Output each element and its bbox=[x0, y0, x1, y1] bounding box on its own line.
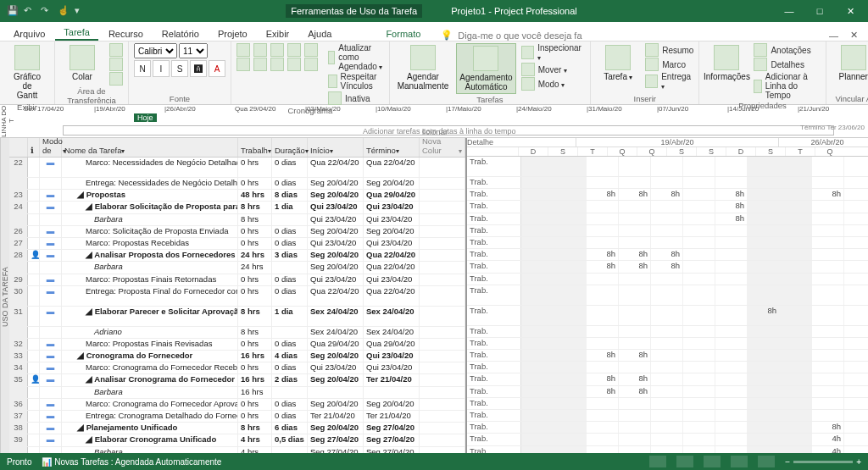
timephased-row[interactable]: Trab. bbox=[467, 237, 868, 249]
highlight-button[interactable]: 🅰 bbox=[190, 60, 207, 77]
view-report-button[interactable] bbox=[758, 456, 775, 467]
zoom-out-icon[interactable]: − bbox=[785, 457, 790, 467]
task-row[interactable]: 32▬Marco: Propostas Finais Revisadas0 hr… bbox=[9, 339, 465, 351]
week-header-2[interactable]: 26/Abr/20 bbox=[778, 138, 868, 147]
col-add-new[interactable]: licionar Nova Colur bbox=[420, 138, 465, 157]
timephased-row[interactable]: Trab. bbox=[467, 177, 868, 189]
outdent-icon[interactable] bbox=[236, 58, 250, 71]
task-row[interactable]: 38▬◢ Planejamento Unificado8 hrs6 diasSe… bbox=[9, 423, 465, 434]
maximize-button[interactable]: □ bbox=[805, 0, 834, 22]
day-header[interactable]: Q bbox=[607, 147, 637, 156]
timephased-row[interactable]: Trab. bbox=[467, 362, 868, 373]
timephased-row[interactable]: Trab.8h bbox=[467, 201, 868, 213]
undo-icon[interactable]: ↶ bbox=[24, 5, 36, 17]
add-timeline-icon[interactable] bbox=[754, 80, 761, 93]
information-button[interactable]: Informações bbox=[704, 43, 748, 83]
ribbon-min-button[interactable]: — bbox=[824, 30, 843, 41]
timephased-row[interactable]: Trab.8h8h bbox=[467, 386, 868, 398]
link-icon[interactable] bbox=[270, 58, 284, 71]
timephased-row[interactable]: Trab. bbox=[467, 157, 868, 177]
col-work[interactable]: Trabalh bbox=[238, 138, 272, 157]
tab-exibir[interactable]: Exibir bbox=[258, 26, 298, 41]
timephased-row[interactable]: Trab. bbox=[467, 338, 868, 350]
pct0-icon[interactable] bbox=[236, 43, 250, 57]
col-duration[interactable]: Duração bbox=[272, 138, 308, 157]
timephased-row[interactable]: Trab. bbox=[467, 410, 868, 422]
task-row[interactable]: Barbara16 hrs bbox=[9, 387, 465, 399]
day-header[interactable]: S bbox=[548, 147, 577, 156]
pct100-icon[interactable] bbox=[304, 43, 318, 57]
view-resource-button[interactable] bbox=[731, 456, 748, 467]
planner-button[interactable]: Planner bbox=[832, 43, 868, 83]
move-icon[interactable] bbox=[521, 63, 535, 76]
task-row[interactable]: 26▬Marco: Solicitação de Proposta Enviad… bbox=[9, 226, 465, 238]
tab-ajuda[interactable]: Ajuda bbox=[299, 26, 340, 41]
day-header[interactable]: Q bbox=[637, 147, 666, 156]
col-indicators[interactable]: ℹ bbox=[28, 138, 40, 157]
task-row[interactable]: Entrega: Necessidades de Negócio Detalha… bbox=[9, 178, 465, 190]
view-usage-button[interactable] bbox=[676, 456, 693, 467]
gantt-chart-button[interactable]: Gráfico deGantt bbox=[5, 43, 49, 102]
week-header-1[interactable]: 19/Abr/20 bbox=[576, 138, 778, 147]
inspect-icon[interactable] bbox=[521, 46, 535, 59]
task-row[interactable]: 24▬◢ Elaborar Solicitação de Proposta pa… bbox=[9, 202, 465, 213]
task-row[interactable]: Barbara8 hrsQui 23/04/20Qui 23/04/20 bbox=[9, 214, 465, 226]
tab-projeto[interactable]: Projeto bbox=[209, 26, 256, 41]
bold-button[interactable]: N bbox=[134, 60, 151, 77]
pct75-icon[interactable] bbox=[287, 43, 301, 57]
day-header[interactable]: T bbox=[785, 147, 815, 156]
timephased-row[interactable]: Trab. bbox=[467, 274, 868, 285]
timeline-pane[interactable]: LINHA DO T Sex 17/04/20 |19/Abr/20 |26/A… bbox=[0, 105, 868, 138]
timephased-row[interactable]: Trab. bbox=[467, 225, 868, 237]
task-row[interactable]: 23▬◢ Propostas48 hrs8 diasSeg 20/04/20Qu… bbox=[9, 190, 465, 202]
touch-icon[interactable]: ☝ bbox=[58, 5, 70, 17]
zoom-in-icon[interactable]: + bbox=[856, 457, 861, 467]
day-header[interactable]: D bbox=[518, 147, 548, 156]
summary-icon[interactable] bbox=[645, 43, 659, 57]
zoom-slider[interactable]: − + bbox=[785, 457, 861, 467]
timephased-row[interactable]: Trab.8h bbox=[467, 213, 868, 225]
task-row[interactable]: 28👤▬◢ Analisar Proposta dos Fornecedores… bbox=[9, 250, 465, 262]
timephased-row[interactable]: Trab.4h bbox=[467, 434, 868, 445]
pct50-icon[interactable] bbox=[270, 43, 284, 57]
tab-recurso[interactable]: Recurso bbox=[100, 26, 152, 41]
task-row[interactable]: 37▬Entrega: Cronograma Detalhado do Forn… bbox=[9, 411, 465, 423]
underline-button[interactable]: S bbox=[171, 60, 188, 77]
minimize-button[interactable]: — bbox=[775, 0, 804, 22]
task-row[interactable]: 39▬◢ Elaborar Cronograma Unificado4 hrs0… bbox=[9, 434, 465, 446]
italic-button[interactable]: I bbox=[153, 60, 170, 77]
task-row[interactable]: 29▬Marco: Propostas Finais Retornadas0 h… bbox=[9, 274, 465, 286]
font-color-button[interactable]: A bbox=[209, 60, 225, 77]
timephased-row[interactable]: Trab.8h8h8h bbox=[467, 261, 868, 273]
manual-schedule-button[interactable]: AgendarManualmente bbox=[395, 43, 452, 92]
unlink-icon[interactable] bbox=[287, 58, 301, 71]
col-name[interactable]: Nome da Tarefa bbox=[62, 138, 238, 157]
paste-button[interactable]: Colar bbox=[60, 43, 104, 83]
task-row[interactable]: 30▬Entrega: Proposta Final do Fornecedor… bbox=[9, 286, 465, 307]
timephased-row[interactable]: Trab. bbox=[467, 326, 868, 338]
day-header[interactable]: S bbox=[755, 147, 785, 156]
task-button[interactable]: Tarefa bbox=[596, 43, 640, 84]
qa-more-icon[interactable]: ▾ bbox=[75, 5, 86, 17]
redo-icon[interactable]: ↷ bbox=[41, 5, 53, 17]
task-row[interactable]: 27▬Marco: Propostas Recebidas0 hrs0 dias… bbox=[9, 238, 465, 250]
cut-icon[interactable] bbox=[109, 43, 123, 57]
day-header[interactable]: Q bbox=[815, 147, 844, 156]
day-header[interactable]: T bbox=[577, 147, 607, 156]
timephased-row[interactable]: Trab.8h bbox=[467, 306, 868, 326]
col-mode[interactable]: Modo de bbox=[40, 138, 62, 157]
tab-tarefa[interactable]: Tarefa bbox=[55, 25, 98, 41]
close-button[interactable]: ✕ bbox=[836, 0, 865, 22]
save-icon[interactable]: 💾 bbox=[7, 5, 19, 17]
tab-relatorio[interactable]: Relatório bbox=[153, 26, 208, 41]
task-row[interactable]: 33▬◢ Cronograma do Fornecedor16 hrs4 dia… bbox=[9, 351, 465, 362]
task-row[interactable]: Adriano8 hrsSex 24/04/20Sex 24/04/20 bbox=[9, 327, 465, 339]
inactive-icon[interactable] bbox=[328, 91, 342, 105]
milestone-icon[interactable] bbox=[645, 58, 659, 71]
view-board-button[interactable] bbox=[704, 456, 721, 467]
font-family-select[interactable]: Calibri bbox=[134, 43, 177, 58]
col-rownum[interactable] bbox=[9, 138, 28, 157]
update-icon[interactable] bbox=[328, 51, 335, 64]
task-row[interactable]: 22▬Marco: Necessidades de Negócio Detalh… bbox=[9, 158, 465, 178]
task-row[interactable]: 34▬Marco: Cronograma do Fornecedor Receb… bbox=[9, 362, 465, 374]
